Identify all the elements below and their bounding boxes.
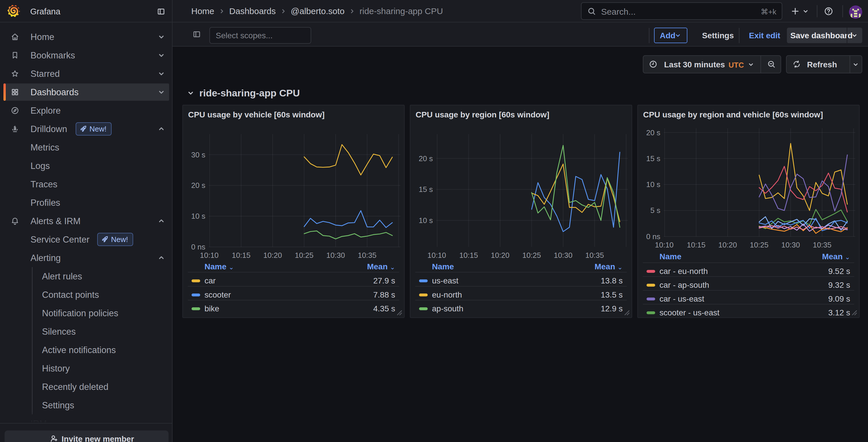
svg-text:10:30: 10:30 <box>326 251 345 260</box>
svg-text:20 s: 20 s <box>419 154 433 163</box>
svg-text:10 s: 10 s <box>191 212 205 220</box>
svg-text:5 s: 5 s <box>650 206 660 215</box>
svg-text:20 s: 20 s <box>646 128 660 137</box>
svg-text:10:35: 10:35 <box>585 251 604 260</box>
svg-text:10:10: 10:10 <box>655 241 674 249</box>
svg-text:15 s: 15 s <box>419 185 433 194</box>
svg-text:10 s: 10 s <box>646 180 660 189</box>
svg-text:10:25: 10:25 <box>522 251 541 260</box>
svg-text:10:10: 10:10 <box>200 251 219 260</box>
svg-text:10 s: 10 s <box>419 216 433 225</box>
svg-text:0 ns: 0 ns <box>646 232 660 241</box>
svg-text:10:20: 10:20 <box>718 241 737 249</box>
svg-text:10:15: 10:15 <box>687 241 706 249</box>
svg-text:10:20: 10:20 <box>263 251 282 260</box>
svg-text:15 s: 15 s <box>646 154 660 163</box>
svg-text:10:25: 10:25 <box>750 241 769 249</box>
svg-text:10:30: 10:30 <box>554 251 572 260</box>
svg-text:0 ns: 0 ns <box>191 243 205 251</box>
svg-text:10:35: 10:35 <box>358 251 376 260</box>
svg-text:10:25: 10:25 <box>295 251 313 260</box>
svg-text:10:15: 10:15 <box>232 251 250 260</box>
svg-text:20 s: 20 s <box>191 181 205 189</box>
svg-text:10:10: 10:10 <box>427 251 446 260</box>
svg-text:10:30: 10:30 <box>781 241 800 249</box>
svg-text:30 s: 30 s <box>191 150 205 159</box>
svg-text:10:20: 10:20 <box>491 251 509 260</box>
svg-text:10:15: 10:15 <box>459 251 478 260</box>
svg-text:10:35: 10:35 <box>813 241 832 249</box>
